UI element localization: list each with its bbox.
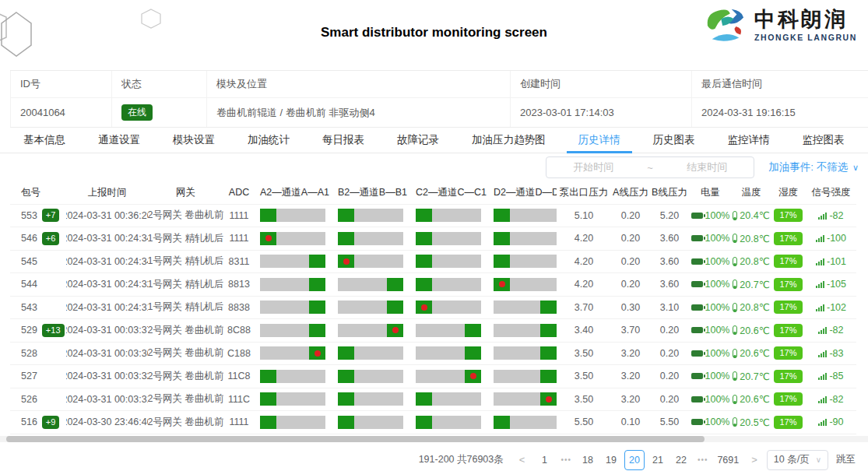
battery-percent: 100% xyxy=(705,210,730,221)
pump-pressure: 4.20 xyxy=(557,227,611,250)
device-info-table: ID号 状态 模块及位置 创建时间 最后通信时间 20041064 在线 卷曲机… xyxy=(10,70,868,128)
signal-value: -101 xyxy=(827,256,846,267)
pump-pressure: 5.50 xyxy=(557,411,611,434)
scrollbar-thumb[interactable] xyxy=(6,436,705,442)
col-line-b: B线压力 xyxy=(650,181,689,204)
line-a-pressure: 3.20 xyxy=(611,365,650,388)
page-button-21[interactable]: 21 xyxy=(648,450,668,470)
temperature-value: 20.8℃ xyxy=(740,301,769,313)
channel-bar xyxy=(338,392,403,406)
hexagon-decoration xyxy=(0,0,179,62)
channel-d-bar-cell xyxy=(488,343,557,365)
info-value-module: 卷曲机前辊道 / 卷曲机前 非驱动侧4 xyxy=(206,98,510,127)
page-button-18[interactable]: 18 xyxy=(578,450,598,470)
channel-a-bar-cell xyxy=(255,297,332,319)
pump-pressure: 4.20 xyxy=(557,251,611,273)
temperature-value: 20.8℃ xyxy=(740,233,769,244)
thermometer-icon xyxy=(733,325,737,335)
signal-icon xyxy=(816,258,824,265)
date-range-input[interactable]: 开始时间 ~ 结束时间 xyxy=(546,156,754,178)
channel-bar xyxy=(494,416,557,429)
tab-4[interactable]: 加油统计 xyxy=(236,128,301,153)
channel-b-bar-cell xyxy=(332,227,410,250)
battery-icon xyxy=(691,304,703,311)
tab-9[interactable]: 历史图表 xyxy=(641,128,707,153)
prev-page-button[interactable]: < xyxy=(515,454,530,466)
info-label-module: 模块及位置 xyxy=(206,71,510,97)
channel-bar xyxy=(416,278,481,291)
channel-bar xyxy=(338,346,403,360)
pump-pressure: 4.20 xyxy=(557,273,611,296)
gateway-cell: 1号网关 精轧机后 xyxy=(148,273,223,296)
temperature-value: 20.7℃ xyxy=(740,279,769,290)
tab-2[interactable]: 通道设置 xyxy=(86,128,152,153)
tab-6[interactable]: 故障记录 xyxy=(385,128,451,153)
start-time-placeholder[interactable]: 开始时间 xyxy=(546,160,640,174)
battery-percent: 100% xyxy=(705,325,730,336)
signal-value: -82 xyxy=(829,210,843,221)
col-signal: 信号强度 xyxy=(806,181,856,204)
end-time-placeholder[interactable]: 结束时间 xyxy=(660,160,754,174)
page-button-7691[interactable]: 7691 xyxy=(714,450,742,470)
channel-bar xyxy=(338,301,403,314)
report-time: 2024-03-31 00:24:32 xyxy=(66,273,148,296)
page-button-19[interactable]: 19 xyxy=(601,450,621,470)
humidity-badge: 17% xyxy=(774,416,802,429)
report-time: 2024-03-31 00:24:34 xyxy=(66,227,148,250)
line-a-pressure: 0.10 xyxy=(611,411,650,434)
line-b-pressure: 3.60 xyxy=(650,273,689,296)
col-package: 包号 xyxy=(10,181,66,204)
table-row: 527 2024-03-31 00:03:32 2号网关 卷曲机前 11C8 3… xyxy=(10,365,856,388)
channel-bar xyxy=(416,324,481,337)
channel-bar xyxy=(494,346,557,360)
refuel-event-filter-label[interactable]: 加油事件: 不筛选 xyxy=(768,161,848,173)
line-b-pressure: 3.10 xyxy=(650,297,689,319)
signal-icon xyxy=(818,212,827,220)
channel-bar xyxy=(338,370,403,383)
channel-d-bar-cell xyxy=(488,319,557,342)
col-line-a: A线压力 xyxy=(611,181,650,204)
battery-percent: 100% xyxy=(705,256,730,267)
info-label-lastcomm: 最后通信时间 xyxy=(691,71,868,97)
channel-bar xyxy=(260,232,325,245)
channel-bar xyxy=(416,346,481,360)
gateway-cell: 2号网关 卷曲机前 xyxy=(148,411,223,434)
signal-value: -85 xyxy=(829,371,843,381)
horizontal-scrollbar[interactable] xyxy=(0,436,868,442)
tab-5[interactable]: 每日报表 xyxy=(311,128,376,153)
line-a-pressure: 3.70 xyxy=(611,319,650,342)
tab-1[interactable]: 基本信息 xyxy=(12,128,77,153)
temperature-value: 20.5℃ xyxy=(740,417,769,428)
channel-a-bar-cell xyxy=(255,343,332,365)
channel-b-bar-cell xyxy=(332,343,410,365)
tab-10[interactable]: 监控详情 xyxy=(716,128,782,153)
tab-11[interactable]: 监控图表 xyxy=(791,128,856,153)
page-button-22[interactable]: 22 xyxy=(671,450,691,470)
battery-icon xyxy=(691,327,703,333)
channel-bar xyxy=(338,255,403,268)
channel-b-bar-cell xyxy=(332,365,410,388)
pump-pressure: 5.10 xyxy=(557,205,611,227)
channel-d-bar-cell xyxy=(488,388,557,411)
channel-bar xyxy=(416,416,481,429)
tab-8[interactable]: 历史详情 xyxy=(567,128,632,153)
tab-3[interactable]: 模块设置 xyxy=(161,128,227,153)
signal-icon xyxy=(818,395,827,403)
refuel-event-filter[interactable]: 加油事件: 不筛选 ∨ xyxy=(768,160,859,174)
report-time: 2024-03-31 00:03:31 xyxy=(66,388,148,411)
battery-icon xyxy=(691,281,703,287)
page-size-select[interactable]: 10 条/页 ∨ xyxy=(767,450,828,470)
temperature-value: 20.6℃ xyxy=(740,347,769,359)
channel-a-bar-cell xyxy=(255,388,332,411)
thermometer-icon xyxy=(733,279,737,289)
adc-cell: 1111 xyxy=(223,411,255,434)
package-number: 527 xyxy=(21,371,37,381)
channel-bar xyxy=(338,278,403,291)
next-page-button[interactable]: > xyxy=(747,454,762,466)
page-button-1[interactable]: 1 xyxy=(534,450,554,470)
tab-7[interactable]: 加油压力趋势图 xyxy=(460,128,557,153)
battery-percent: 100% xyxy=(705,394,730,405)
logo-mark-icon xyxy=(703,6,748,45)
page-button-20[interactable]: 20 xyxy=(624,450,645,470)
channel-bar xyxy=(494,255,557,268)
